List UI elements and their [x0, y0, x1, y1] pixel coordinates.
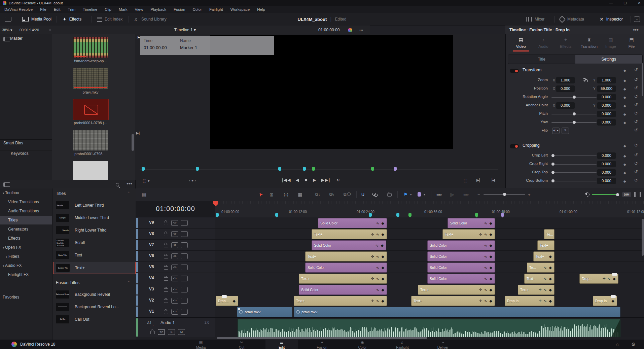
viewer-options-icon[interactable]: ••• — [359, 26, 363, 34]
param-reset-icon[interactable]: ↺ — [634, 152, 638, 158]
home-icon[interactable]: ⌂ — [616, 342, 618, 347]
fx-options-icon[interactable]: ••• — [127, 181, 132, 187]
media-pool-scrollbar[interactable] — [132, 134, 134, 151]
page-tab-color[interactable]: ◉Color — [346, 340, 379, 349]
solo-button[interactable]: S — [168, 329, 175, 335]
page-tab-deliver[interactable]: ➣Deliver — [427, 340, 459, 349]
timeline-clip[interactable]: Text+◆∿✛ — [299, 274, 387, 284]
keyframe-diamond-icon[interactable]: ◆ — [623, 104, 626, 108]
track-lock-icon[interactable] — [164, 266, 168, 270]
param-reset-icon[interactable]: ↺ — [634, 94, 638, 99]
effects-button[interactable]: ✦ Effects — [63, 13, 81, 26]
timeline-clip[interactable]: Text+◆∿✛ — [442, 229, 495, 239]
param-reset-icon[interactable]: ↺ — [634, 161, 638, 166]
menu-color[interactable]: Color — [189, 6, 205, 13]
timeline-clip[interactable]: Text+◆∿✛ — [294, 296, 387, 306]
track-name[interactable]: V3 — [149, 287, 154, 291]
stop-button[interactable]: ■ — [305, 178, 308, 182]
timeline-zoom-slider[interactable] — [484, 194, 525, 195]
jog-control-icon[interactable]: ‹ ● › — [189, 178, 196, 182]
viewer-marker[interactable] — [371, 167, 374, 171]
auto-select-icon[interactable]: <> — [171, 242, 178, 248]
trim-edit-mode-icon[interactable]: ⟨|⟩ — [270, 188, 273, 201]
sidebar-item-fairlight-fx[interactable]: Fairlight FX — [0, 270, 60, 279]
timeline-view-options-icon[interactable]: ▤ — [142, 188, 146, 201]
link-clips-icon[interactable] — [372, 188, 377, 201]
slider-knob[interactable] — [573, 121, 576, 124]
sidebar-panel-icon[interactable] — [3, 37, 10, 41]
track-enable-icon[interactable] — [181, 287, 188, 292]
marker-chevron-icon[interactable]: ▾ — [424, 188, 425, 201]
sidebar-item-generators[interactable]: Generators — [0, 225, 60, 234]
audio-track-badge[interactable]: A1 — [145, 320, 154, 326]
subtab-settings[interactable]: Settings — [575, 55, 643, 64]
loop-button[interactable]: ↻ — [336, 178, 341, 182]
overwrite-clip-icon[interactable]: ⧉↳ — [329, 188, 334, 201]
title-preset-scroll[interactable]: Scroll titleScroll titleScroll titleScro… — [53, 237, 135, 248]
viewer-crop-tool[interactable]: ⬚ ▾ — [143, 178, 150, 183]
flag-icon[interactable]: ⚑ — [403, 188, 408, 201]
param-reset-icon[interactable]: ↺ — [634, 85, 638, 91]
auto-select-icon[interactable]: <> — [171, 276, 178, 281]
edit-index-button[interactable]: Edit Index — [97, 13, 122, 26]
param-x-value[interactable]: 1.000 — [556, 77, 575, 83]
sidebar-item-audio-transitions[interactable]: Audio Transitions — [0, 207, 60, 215]
timeline-clip[interactable]: Solid Color◆∿ — [448, 218, 495, 228]
collapse-chevron-icon[interactable]: ⌃ — [127, 191, 130, 195]
timeline-clip[interactable]: Text+◆∿✛ — [418, 285, 495, 295]
slider-knob[interactable] — [551, 154, 554, 157]
fx-search-icon[interactable] — [116, 182, 121, 188]
slider-knob[interactable] — [551, 163, 554, 166]
param-reset-icon[interactable]: ↺ — [634, 178, 638, 183]
mark-in-icon[interactable]: ▶| — [136, 131, 140, 135]
param-y-value[interactable]: 59.000 — [597, 85, 616, 92]
param-slider[interactable] — [551, 181, 597, 181]
title-preset-textplus[interactable]: Custom TitleText+ — [53, 262, 136, 274]
zoom-slider-knob[interactable] — [503, 193, 506, 196]
timeline-clip[interactable]: Text+◆∿✛ — [518, 285, 554, 295]
param-y-value[interactable]: 0.000 — [597, 102, 616, 109]
slider-knob[interactable] — [573, 96, 576, 99]
timeline-clip[interactable]: Te... — [544, 229, 554, 239]
insert-clip-icon[interactable]: ⧉↓ — [315, 188, 320, 201]
viewer-marker[interactable] — [196, 167, 199, 171]
track-name[interactable]: V9 — [149, 220, 154, 225]
inspector-button[interactable]: ✕ Inspector — [600, 13, 623, 26]
param-slider[interactable] — [551, 114, 597, 114]
param-slider[interactable] — [551, 164, 597, 165]
tab-video[interactable]: Video — [510, 44, 532, 48]
keyframe-diamond-icon[interactable]: ◆ — [623, 79, 626, 82]
viewer-marker[interactable] — [303, 167, 306, 171]
track-enable-icon[interactable] — [181, 231, 188, 237]
section-reset-icon[interactable]: ↺ — [634, 67, 638, 72]
keyframe-diamond-icon[interactable]: ◆ — [623, 112, 626, 116]
marker-pin-icon[interactable] — [418, 192, 421, 197]
sidebar-item-video-transitions[interactable]: Video Transitions — [0, 198, 60, 206]
timeline-v-scrollbar[interactable] — [642, 219, 644, 256]
track-lock-icon[interactable] — [164, 255, 168, 258]
dim-button[interactable]: DIM — [622, 192, 631, 197]
param-value[interactable]: 0.000 — [597, 152, 616, 159]
page-tab-edit[interactable]: ☰Edit — [265, 340, 298, 349]
timeline-clip[interactable]: Drop...◆ — [216, 296, 238, 306]
subtab-title[interactable]: Title — [508, 55, 575, 64]
keyframe-diamond-icon[interactable]: ◆ — [623, 154, 626, 158]
param-y-value[interactable]: 1.000 — [597, 77, 616, 83]
track-lock-icon[interactable] — [164, 300, 168, 303]
viewer-marker[interactable] — [312, 167, 315, 171]
dynamic-trim-mode-icon[interactable]: ⟨↕⟩ — [284, 188, 288, 201]
close-button[interactable]: ✕ — [635, 0, 644, 6]
keyframe-diamond-icon[interactable]: ◆ — [623, 144, 626, 148]
minimize-button[interactable]: — — [606, 0, 616, 6]
tab-transition[interactable]: Transition — [578, 44, 600, 48]
section-reset-icon[interactable]: ↺ — [634, 143, 638, 148]
title-preset-right-lower-third[interactable]: SampleRight Lower Third — [53, 224, 135, 236]
playhead-line[interactable] — [216, 201, 216, 337]
timeline-clip[interactable]: Solid Color◆∿ — [427, 251, 495, 261]
track-name[interactable]: V1 — [149, 309, 154, 314]
panel-chevron-icon[interactable]: ⌄ — [634, 13, 640, 26]
param-slider[interactable] — [551, 122, 597, 123]
track-enable-icon[interactable] — [181, 253, 188, 259]
viewer-marker[interactable] — [278, 167, 281, 171]
param-reset-icon[interactable]: ↺ — [634, 119, 638, 124]
